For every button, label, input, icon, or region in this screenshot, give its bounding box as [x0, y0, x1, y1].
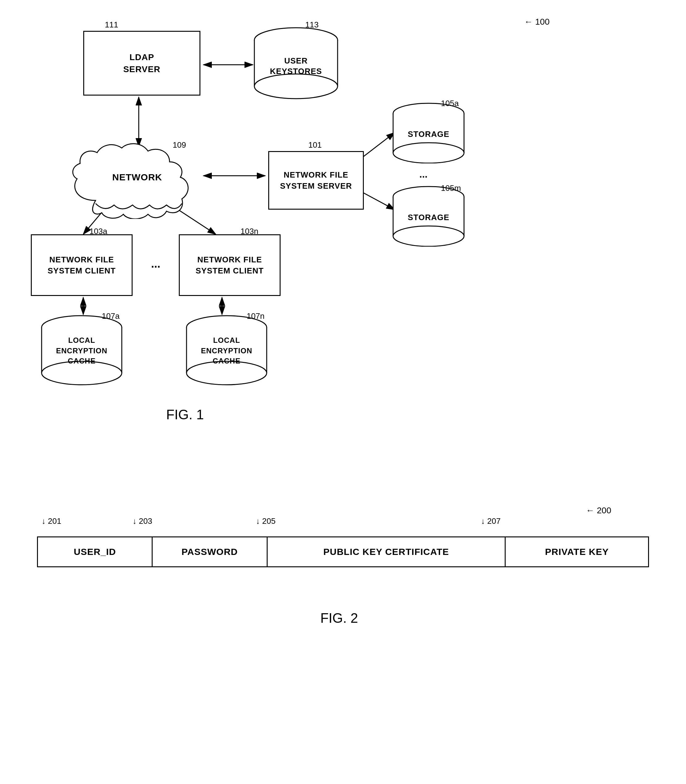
fig2-ref: ← 200	[586, 506, 611, 516]
cell-user-id: USER_ID	[37, 536, 152, 567]
nfs-client-n-box: NETWORK FILE SYSTEM CLIENT	[179, 234, 281, 296]
cell-private-key: PRIVATE KEY	[505, 536, 649, 567]
network-cloud: NETWORK	[68, 139, 207, 219]
storage-top-label: STORAGE	[408, 129, 449, 140]
client-dots: ···	[151, 261, 160, 273]
nfs-client-a-ref: 103a	[90, 227, 107, 236]
user-id-label: USER_ID	[74, 547, 116, 557]
fig2-label: FIG. 2	[278, 611, 401, 626]
storage-bot-label: STORAGE	[408, 212, 449, 223]
nfs-server-label: NETWORK FILE SYSTEM SERVER	[280, 169, 352, 192]
col-ref-201: ↓ 201	[42, 516, 61, 526]
local-cache-n-label: LOCALENCRYPTIONCACHE	[201, 335, 252, 366]
nfs-client-n-ref: 103n	[240, 227, 258, 236]
cell-password: PASSWORD	[152, 536, 266, 567]
local-cache-a-ref: 107a	[102, 311, 119, 321]
local-cache-a-cylinder: LOCALENCRYPTIONCACHE	[40, 314, 123, 385]
svg-point-25	[393, 226, 464, 246]
col-ref-207: ↓ 207	[481, 516, 501, 526]
cell-public-key: PUBLIC KEY CERTIFICATE	[267, 536, 505, 567]
public-key-label: PUBLIC KEY CERTIFICATE	[323, 547, 449, 557]
user-keystores-label: USERKEYSTORES	[270, 56, 322, 77]
ldap-server-label: LDAP SERVER	[123, 51, 161, 75]
col-ref-205: ↓ 205	[256, 516, 276, 526]
storage-top-ref: 105a	[441, 99, 459, 108]
network-label: NETWORK	[112, 172, 162, 183]
fig1-label: FIG. 1	[123, 407, 247, 422]
local-cache-n-ref: 107n	[247, 311, 265, 321]
storage-bot-cylinder: STORAGE	[392, 185, 466, 247]
local-cache-a-label: LOCALENCRYPTIONCACHE	[56, 335, 107, 366]
network-ref: 109	[173, 140, 186, 150]
diagram-ref-100: ← 100	[524, 17, 550, 27]
ldap-server-box: LDAP SERVER	[83, 31, 201, 96]
nfs-client-n-label: NETWORK FILE SYSTEM CLIENT	[196, 254, 264, 276]
storage-top-cylinder: STORAGE	[392, 102, 466, 163]
ldap-server-ref: 111	[105, 20, 118, 29]
svg-point-20	[393, 143, 464, 163]
fig2-diagram: ← 200 ↓ 201 ↓ 203 ↓ 205 ↓ 207 USER_ID PA…	[0, 487, 686, 734]
user-keystores-cylinder: USERKEYSTORES	[253, 26, 339, 100]
fig2-table: USER_ID PASSWORD PUBLIC KEY CERTIFICATE …	[37, 536, 649, 567]
nfs-server-box: NETWORK FILE SYSTEM SERVER	[268, 151, 364, 210]
local-cache-n-cylinder: LOCALENCRYPTIONCACHE	[185, 314, 268, 385]
nfs-server-ref: 101	[308, 140, 322, 150]
storage-dots: ···	[419, 171, 428, 183]
col-ref-203: ↓ 203	[132, 516, 152, 526]
user-keystores-ref: 113	[305, 20, 318, 29]
private-key-label: PRIVATE KEY	[545, 547, 609, 557]
nfs-client-a-label: NETWORK FILE SYSTEM CLIENT	[47, 254, 116, 276]
fig1-diagram: LDAP SERVER 111 USERKEYSTORES 113 ← 100 …	[0, 0, 686, 462]
svg-point-15	[254, 74, 338, 99]
password-label: PASSWORD	[181, 547, 238, 557]
storage-bot-ref: 105m	[441, 183, 461, 193]
nfs-client-a-box: NETWORK FILE SYSTEM CLIENT	[31, 234, 132, 296]
